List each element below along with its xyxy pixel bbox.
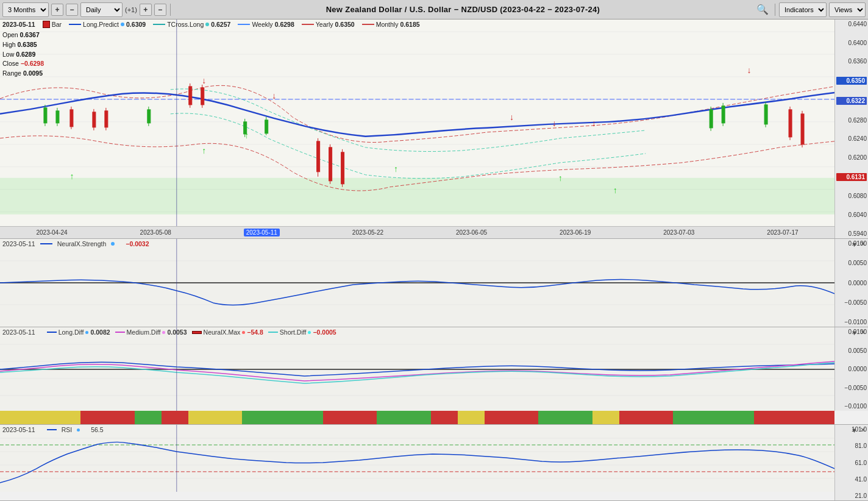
weekly-value: 0.6298 — [275, 21, 294, 28]
yearly-label: Yearly — [316, 21, 333, 28]
zoom-in-button[interactable]: + — [140, 4, 152, 16]
range-label: Range — [2, 69, 21, 77]
views-select[interactable]: Views — [829, 2, 866, 17]
longpredict-dot — [121, 23, 124, 26]
rsi-y-axis: 101.0 81.0 61.0 41.0 21.0 — [834, 425, 868, 500]
ry-3: 61.0 — [836, 460, 867, 466]
x-label-6: 2023-07-03 — [663, 229, 694, 236]
tcross-label: TCross.Long — [167, 21, 204, 28]
y-label-4: 0.6280 — [836, 117, 867, 124]
cb-red-7 — [754, 411, 834, 424]
y-label-9: 0.5940 — [836, 230, 867, 237]
diff-panel[interactable]: 2023-05-11 Long.Diff 0.0082 Medium.Diff … — [0, 327, 868, 425]
period-plus-button[interactable]: + — [51, 4, 63, 16]
rsi-dropdown-icon[interactable]: ▼ — [851, 427, 858, 434]
toolbar-separator2 — [775, 4, 775, 16]
mediumdiff-dot — [162, 331, 165, 334]
x-label-7: 2023-07-17 — [767, 229, 798, 236]
low-value: 0.6289 — [16, 51, 35, 58]
indicators-select[interactable]: Indicators — [779, 2, 827, 17]
open-value: 0.6367 — [20, 31, 40, 38]
neuralxmax-value: −54.8 — [247, 329, 263, 336]
y-label-8: 0.6040 — [836, 211, 867, 218]
ny-4: −0.0050 — [836, 299, 867, 306]
weekly-line-icon — [238, 24, 250, 25]
open-label: Open — [2, 31, 18, 38]
y-label-highlight1: 0.6350 — [836, 77, 867, 85]
rsi-dot — [77, 428, 80, 432]
y-label-highlight2: 0.6322 — [836, 97, 867, 105]
y-label-1: 0.6440 — [836, 21, 867, 27]
x-label-1: 2023-04-24 — [36, 229, 67, 236]
cb-green-1 — [135, 411, 162, 424]
cb-red-2 — [162, 411, 188, 424]
rsi-legend: 2023-05-11 RSI 56.5 — [2, 426, 104, 433]
longdiff-value: 0.0082 — [90, 329, 110, 336]
neuralx-close-icon[interactable]: ✕ — [860, 240, 866, 248]
rsi-date: 2023-05-11 — [2, 426, 35, 433]
bar-legend: Bar — [43, 21, 62, 28]
high-label: High — [2, 41, 16, 48]
mediumdiff-line-icon — [115, 332, 125, 333]
cb-yellow-1 — [0, 411, 80, 424]
neuralxmax-dot — [242, 331, 245, 334]
diff-close-icon[interactable]: ✕ — [860, 329, 866, 336]
svg-rect-74 — [0, 425, 834, 492]
cb-green-5 — [673, 411, 753, 424]
shortdiff-legend: Short.Diff −0.0005 — [268, 329, 336, 336]
chart-title: New Zealand Dollar / U.S. Dollar − NZD/U… — [174, 5, 752, 14]
shortdiff-line-icon — [268, 332, 278, 333]
interval-select[interactable]: Daily Weekly Monthly — [80, 2, 123, 17]
x-label-3: 2023-05-22 — [352, 229, 383, 236]
cb-yellow-2 — [188, 411, 242, 424]
tcross-dot — [205, 23, 209, 26]
ny-5: −0.0100 — [836, 319, 867, 325]
longdiff-dot — [85, 331, 88, 334]
chart-container: 2023-05-11 Bar Long.Predict 0.6309 TCros… — [0, 20, 868, 501]
neuralxmax-box — [192, 331, 202, 334]
yearly-legend: Yearly 0.6350 — [302, 21, 355, 28]
neuralx-dropdown-icon[interactable]: ▼ — [851, 241, 858, 248]
neuralx-panel[interactable]: 2023-05-11 NeuralX.Strength −0.0032 ▼ ✕ … — [0, 239, 868, 327]
period-minus-button[interactable]: − — [66, 4, 78, 16]
x-label-crosshair: 2023-05-11 — [244, 229, 280, 236]
price-chart-svg[interactable]: ↑ ↑ ↑ ↑ ↑ ↑ ↓ ↓ ↓ ↓ ↓ ↓ — [0, 20, 834, 227]
period-select[interactable]: 3 Months 1 Month 6 Months — [2, 2, 49, 17]
neuralx-value: −0.0032 — [126, 240, 149, 247]
diff-svg[interactable] — [0, 327, 834, 411]
svg-rect-42 — [93, 112, 96, 127]
rsi-value: 56.5 — [91, 426, 103, 433]
y-label-5: 0.6240 — [836, 135, 867, 142]
rsi-svg[interactable] — [0, 425, 834, 492]
longdiff-legend: Long.Diff 0.0082 — [47, 329, 110, 336]
dy-2: 0.0050 — [836, 347, 867, 354]
monthly-line-icon — [362, 24, 374, 25]
toolbar-separator — [170, 4, 171, 16]
zoom-out-button[interactable]: − — [154, 4, 166, 16]
close-label: Close — [2, 60, 19, 67]
svg-text:↓: ↓ — [592, 118, 596, 128]
ny-2: 0.0050 — [836, 260, 867, 266]
svg-text:↓: ↓ — [747, 65, 752, 75]
cb-red-4 — [431, 411, 458, 424]
rsi-controls: ▼ ✕ — [851, 426, 866, 434]
tcross-legend: TCross.Long 0.6257 — [153, 21, 230, 28]
high-value: 0.6385 — [18, 41, 37, 48]
search-button[interactable]: 🔍 — [754, 4, 771, 15]
neuralx-svg[interactable] — [0, 239, 834, 327]
low-label: Low — [2, 51, 14, 58]
ohlc-info: Open 0.6367 High 0.6385 Low 0.6289 Close… — [2, 30, 44, 79]
longpredict-label: Long.Predict — [83, 21, 119, 28]
close-value: −0.6298 — [21, 60, 44, 67]
yearly-value: 0.6350 — [335, 21, 355, 28]
neuralx-line-icon — [40, 243, 52, 244]
dy-3: 0.0000 — [836, 366, 867, 372]
rsi-panel[interactable]: 2023-05-11 RSI 56.5 ▼ ✕ — [0, 425, 868, 501]
shortdiff-value: −0.0005 — [313, 329, 336, 336]
longpredict-value: 0.6309 — [126, 21, 146, 28]
diff-dropdown-icon[interactable]: ▼ — [851, 329, 858, 336]
neuralx-controls: ▼ ✕ — [851, 240, 866, 248]
price-x-axis: 2023-04-24 2023-05-08 2023-05-11 2023-05… — [0, 226, 834, 238]
price-chart[interactable]: 2023-05-11 Bar Long.Predict 0.6309 TCros… — [0, 20, 868, 239]
rsi-close-icon[interactable]: ✕ — [860, 426, 866, 434]
